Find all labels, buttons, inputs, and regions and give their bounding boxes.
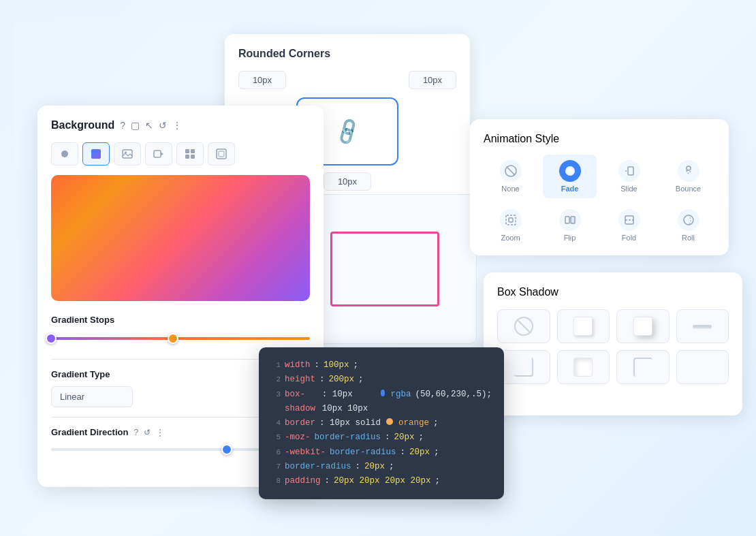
shadow-inset-icon (573, 358, 593, 377)
code-line-7: 7 border-radius: 20px; (271, 460, 492, 474)
slider-thumb-purple[interactable] (46, 333, 57, 344)
svg-rect-6 (185, 149, 189, 153)
gradient-type-value[interactable]: Linear (51, 386, 133, 407)
anim-btn-roll[interactable]: Roll (661, 204, 715, 247)
anim-btn-fade[interactable]: Fade (543, 155, 597, 198)
anim-btn-bounce[interactable]: Bounce (661, 155, 715, 198)
svg-rect-22 (565, 217, 569, 223)
code-line-2: 2 height: 200px; (271, 373, 492, 387)
direction-slider[interactable] (51, 448, 270, 451)
shadow-btn-md[interactable] (616, 309, 670, 343)
help-icon[interactable]: ? (120, 120, 125, 131)
svg-rect-2 (123, 150, 132, 158)
svg-rect-4 (154, 151, 161, 157)
anim-btn-flip[interactable]: Flip (543, 204, 597, 247)
gradient-preview (51, 175, 310, 301)
slider-thumb-orange[interactable] (168, 333, 178, 344)
shadow-btn-tl[interactable] (616, 350, 670, 384)
bg-type-pattern[interactable] (176, 142, 204, 165)
orange-dot (386, 418, 393, 425)
shadow-btn-empty[interactable] (676, 350, 729, 384)
code-line-1: 1 width: 100px; (271, 358, 492, 373)
animation-grid: None Fade Slide Bounce Z (484, 155, 715, 247)
box-shadow-panel: Box Shadow (484, 272, 742, 415)
gradient-stops-slider[interactable] (51, 332, 310, 345)
bg-type-video[interactable] (145, 142, 172, 165)
anim-label-fade: Fade (561, 185, 579, 193)
svg-point-16 (569, 170, 571, 172)
anim-icon-bounce (678, 160, 699, 182)
svg-point-0 (61, 151, 68, 157)
shadow-tl-icon (633, 358, 652, 377)
shadow-btn-br[interactable] (497, 350, 550, 384)
top-right-input[interactable]: 10px (409, 71, 456, 89)
anim-label-zoom: Zoom (501, 234, 520, 242)
code-line-6: 6 -webkit-border-radius: 20px; (271, 445, 492, 460)
background-title: Background (51, 119, 114, 131)
direction-more-icon[interactable]: ⋮ (156, 428, 164, 437)
svg-point-25 (684, 215, 693, 225)
anim-btn-slide[interactable]: Slide (602, 155, 656, 198)
svg-rect-8 (185, 155, 189, 159)
anim-btn-none[interactable]: None (484, 155, 537, 198)
svg-rect-9 (191, 155, 195, 159)
rounded-corners-title: Rounded Corners (238, 48, 456, 60)
svg-rect-7 (191, 149, 195, 153)
animation-style-title: Animation Style (484, 133, 715, 145)
anim-label-bounce: Bounce (676, 185, 701, 193)
shadow-sm-icon (573, 317, 593, 336)
cursor-icon[interactable]: ↖ (145, 120, 153, 131)
gradient-direction-label: Gradient Direction (51, 427, 128, 437)
svg-rect-20 (506, 215, 516, 225)
shadow-btn-inset[interactable] (557, 350, 610, 384)
slider-track (51, 337, 310, 340)
bg-type-gradient[interactable] (82, 142, 110, 165)
anim-icon-flip (559, 209, 581, 231)
code-line-4: 4 border: 10px solid orange; (271, 416, 492, 430)
bg-type-image[interactable] (114, 142, 141, 165)
animation-style-panel: Animation Style None Fade Slide (470, 119, 729, 255)
bottom-input[interactable]: 10px (324, 172, 371, 191)
blue-dot (381, 390, 385, 396)
direction-help-icon[interactable]: ? (133, 428, 138, 437)
anim-icon-roll (678, 209, 699, 231)
corner-inputs-top: 10px 10px (238, 71, 456, 89)
shadow-btn-sm[interactable] (557, 309, 610, 343)
more-icon[interactable]: ⋮ (172, 120, 182, 131)
svg-rect-17 (628, 167, 633, 175)
anim-label-slide: Slide (620, 185, 637, 193)
svg-line-13 (507, 167, 515, 175)
direction-thumb[interactable] (221, 444, 232, 455)
anim-btn-zoom[interactable]: Zoom (484, 204, 537, 247)
bg-type-frame[interactable] (208, 142, 235, 165)
anim-btn-fold[interactable]: Fold (602, 204, 656, 247)
undo-icon[interactable]: ↺ (159, 120, 167, 131)
svg-rect-1 (91, 149, 101, 159)
bg-type-solid[interactable] (51, 142, 78, 165)
code-line-8: 8 padding: 20px 20px 20px 20px; (271, 474, 492, 488)
anim-label-none: None (501, 185, 519, 193)
panel-header: Background ? ▢ ↖ ↺ ⋮ (51, 119, 310, 131)
shadow-md-icon (633, 317, 652, 336)
anim-icon-slide (618, 160, 640, 182)
monitor-icon[interactable]: ▢ (131, 120, 140, 131)
anim-label-roll: Roll (682, 234, 695, 242)
bg-type-icons (51, 142, 310, 165)
shadow-br-icon (514, 358, 533, 377)
svg-rect-21 (509, 218, 513, 222)
anim-label-fold: Fold (622, 234, 636, 242)
svg-marker-5 (161, 153, 163, 156)
svg-point-19 (687, 166, 691, 170)
top-left-input[interactable]: 10px (238, 71, 286, 89)
direction-undo-icon[interactable]: ↺ (144, 428, 151, 437)
link-icon: 🔗 (332, 116, 364, 147)
pink-border-box (330, 232, 439, 306)
shadow-none-icon (514, 317, 533, 336)
anim-icon-fold (618, 209, 640, 231)
shadow-btn-line[interactable] (676, 309, 729, 343)
svg-rect-11 (219, 151, 224, 157)
shadow-line-icon (693, 325, 712, 328)
shadow-btn-none[interactable] (497, 309, 550, 343)
anim-icon-zoom (500, 209, 522, 231)
box-shadow-title: Box Shadow (497, 286, 729, 298)
